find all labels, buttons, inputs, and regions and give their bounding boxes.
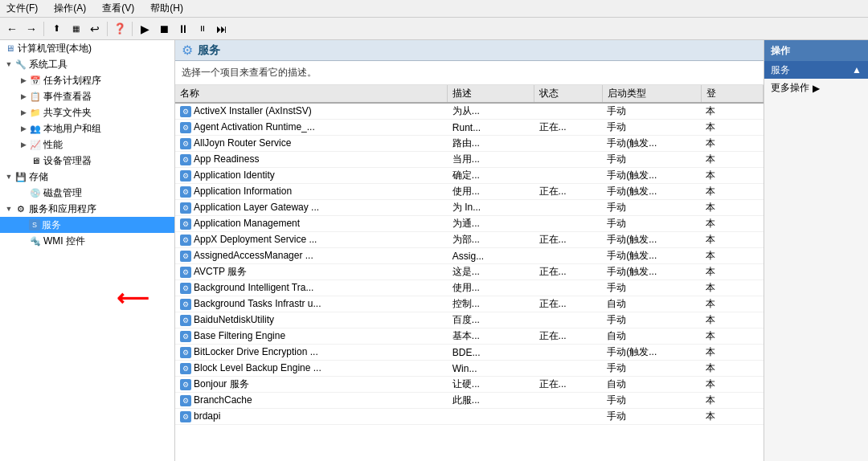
service-name-cell: Base Filtering Engine <box>175 328 448 345</box>
tree-root[interactable]: 🖥 计算机管理(本地) <box>0 40 174 56</box>
service-startup-cell: 手动(触发... <box>602 345 701 361</box>
table-row[interactable]: brdapi手动本 <box>175 409 764 425</box>
help-button[interactable]: ❓ <box>111 20 129 38</box>
svcapp-label: 服务和应用程序 <box>29 202 96 216</box>
menu-view[interactable]: 查看(V) <box>99 1 137 16</box>
table-row[interactable]: App Readiness当用...手动本 <box>175 152 764 168</box>
tree-wmi[interactable]: 🔩 WMI 控件 <box>0 233 174 249</box>
col-status-header[interactable]: 状态 <box>534 85 603 103</box>
tree-disk-mgmt[interactable]: 💿 磁盘管理 <box>0 185 174 201</box>
service-login-cell: 本 <box>701 184 763 200</box>
expand-arrow-perf: ▶ <box>18 141 29 149</box>
service-name-text: Base Filtering Engine <box>194 330 285 341</box>
menu-file[interactable]: 文件(F) <box>3 1 41 16</box>
expand-arrow-user: ▶ <box>18 124 29 133</box>
right-section-header[interactable]: 服务 ▲ <box>764 61 868 79</box>
table-row[interactable]: Bonjour 服务让硬...正在...自动本 <box>175 377 764 393</box>
service-status-cell <box>534 248 603 264</box>
stop-button[interactable]: ⏹ <box>155 20 173 38</box>
back-button[interactable]: ← <box>3 20 21 38</box>
table-row[interactable]: BranchCache此服...手动本 <box>175 393 764 409</box>
pause2-button[interactable]: ⏸ <box>194 20 211 38</box>
service-name-text: Background Intelligent Tra... <box>194 282 313 293</box>
table-row[interactable]: BitLocker Drive Encryption ...BDE...手动(触… <box>175 345 764 361</box>
col-name-header[interactable]: 名称 <box>175 85 448 103</box>
description-text: 选择一个项目来查看它的描述。 <box>182 66 317 80</box>
table-row[interactable]: Application Information使用...正在...手动(触发..… <box>175 184 764 200</box>
service-desc-cell: Win... <box>448 361 534 377</box>
red-arrow-indicator: ⟵ <box>117 288 149 310</box>
service-login-cell: 本 <box>701 136 763 152</box>
tree-system-tools[interactable]: ▼ 🔧 系统工具 <box>0 56 174 72</box>
service-icon <box>180 283 191 294</box>
tree-task-scheduler[interactable]: ▶ 📅 任务计划程序 <box>0 72 174 88</box>
col-desc-header[interactable]: 描述 <box>448 85 534 103</box>
table-row[interactable]: Application Layer Gateway ...为 In...手动本 <box>175 200 764 216</box>
show-hide-button[interactable]: ▦ <box>67 20 84 38</box>
table-row[interactable]: Background Tasks Infrastr u...控制...正在...… <box>175 296 764 312</box>
tree-shared-folders[interactable]: ▶ 📁 共享文件夹 <box>0 104 174 120</box>
device-label: 设备管理器 <box>43 154 92 168</box>
table-row[interactable]: BaiduNetdiskUtility百度...手动本 <box>175 312 764 328</box>
tree-local-users[interactable]: ▶ 👥 本地用户和组 <box>0 120 174 137</box>
refresh-button[interactable]: ↩ <box>86 20 104 38</box>
service-icon <box>180 411 191 422</box>
col-login-header[interactable]: 登 <box>701 85 763 103</box>
services-table-container[interactable]: 名称 描述 状态 启动类型 登 ActiveX Installer (AxIns… <box>175 85 764 461</box>
table-row[interactable]: AllJoyn Router Service路由...手动(触发...本 <box>175 136 764 152</box>
table-row[interactable]: AVCTP 服务这是...正在...手动(触发...本 <box>175 264 764 280</box>
tree-performance[interactable]: ▶ 📈 性能 <box>0 137 174 153</box>
wmi-label: WMI 控件 <box>43 235 85 248</box>
col-startup-header[interactable]: 启动类型 <box>602 85 701 103</box>
service-icon <box>180 331 191 342</box>
service-desc-cell: 百度... <box>448 312 534 328</box>
table-row[interactable]: Application Identity确定...手动(触发...本 <box>175 168 764 184</box>
expand-arrow-svcapp: ▼ <box>3 205 14 213</box>
event-icon: 📋 <box>29 90 42 103</box>
table-row[interactable]: Agent Activation Runtime_...Runt...正在...… <box>175 120 764 136</box>
service-name-cell: BranchCache <box>175 393 448 409</box>
table-row[interactable]: Background Intelligent Tra...使用...手动本 <box>175 280 764 296</box>
service-desc-cell: 当用... <box>448 152 534 168</box>
service-name-text: Application Layer Gateway ... <box>194 202 319 213</box>
table-row[interactable]: AssignedAccessManager ...Assig...手动(触发..… <box>175 248 764 264</box>
right-action-more[interactable]: 更多操作 ▶ <box>764 79 868 97</box>
up-button[interactable]: ⬆ <box>47 20 65 38</box>
service-name-text: BranchCache <box>194 394 252 406</box>
play-button[interactable]: ▶ <box>136 20 154 38</box>
service-status-cell <box>534 280 603 296</box>
forward-button[interactable]: → <box>23 20 40 38</box>
table-row[interactable]: AppX Deployment Service ...为部...正在...手动(… <box>175 232 764 248</box>
service-startup-cell: 手动(触发... <box>602 184 701 200</box>
tree-services-apps[interactable]: ▼ ⚙ 服务和应用程序 <box>0 201 174 217</box>
svc-icon: S <box>29 219 40 230</box>
service-startup-cell: 手动(触发... <box>602 248 701 264</box>
service-login-cell: 本 <box>701 168 763 184</box>
tree-storage[interactable]: ▼ 💾 存储 <box>0 169 174 185</box>
table-row[interactable]: ActiveX Installer (AxInstSV)为从...手动本 <box>175 103 764 120</box>
table-row[interactable]: Base Filtering Engine基本...正在...自动本 <box>175 328 764 345</box>
service-status-cell <box>534 103 603 120</box>
service-startup-cell: 手动 <box>602 280 701 296</box>
menu-help[interactable]: 帮助(H) <box>147 1 186 16</box>
center-panel: ⚙ 服务 选择一个项目来查看它的描述。 名称 描述 状态 启动类型 登 Acti… <box>175 40 764 461</box>
pause-button[interactable]: ⏸ <box>174 20 192 38</box>
user-label: 本地用户和组 <box>43 122 101 136</box>
service-icon <box>180 379 191 390</box>
disk-icon: 💿 <box>29 186 42 199</box>
service-name-text: Bonjour 服务 <box>194 378 249 390</box>
service-icon <box>180 218 191 230</box>
next-button[interactable]: ⏭ <box>213 20 231 38</box>
table-row[interactable]: Block Level Backup Engine ...Win...手动本 <box>175 361 764 377</box>
service-login-cell: 本 <box>701 264 763 280</box>
service-startup-cell: 手动 <box>602 103 701 120</box>
table-row[interactable]: Application Management为通...手动本 <box>175 216 764 232</box>
tree-event-viewer[interactable]: ▶ 📋 事件查看器 <box>0 88 174 104</box>
tree-services[interactable]: S 服务 <box>0 217 174 233</box>
service-login-cell: 本 <box>701 312 763 328</box>
tree-device-manager[interactable]: 🖥 设备管理器 <box>0 153 174 169</box>
expand-arrow: ▼ <box>3 60 14 68</box>
menu-action[interactable]: 操作(A) <box>51 1 89 16</box>
service-desc-cell: 控制... <box>448 296 534 312</box>
service-login-cell: 本 <box>701 345 763 361</box>
